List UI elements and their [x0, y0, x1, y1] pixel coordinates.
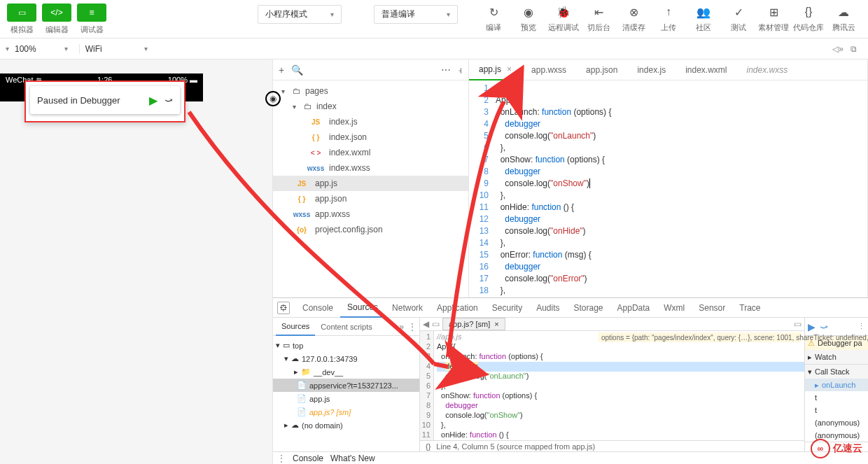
- simulator-button[interactable]: ▭: [7, 3, 36, 22]
- inspect-icon[interactable]: ⯐: [277, 302, 290, 314]
- toolbar-action[interactable]: ↻编译: [476, 3, 511, 33]
- target-icon[interactable]: ◉: [265, 91, 281, 106]
- editor-tab[interactable]: app.wxss: [522, 59, 576, 80]
- toolbar-action[interactable]: ⇤切后台: [581, 3, 616, 33]
- more-icon[interactable]: ⋮: [408, 322, 416, 332]
- more-icon[interactable]: ⋮: [277, 454, 286, 463]
- sources-tree-item[interactable]: 📄appservice?t=15327123...: [273, 379, 419, 392]
- toolbar-action[interactable]: 🐞远程调试: [546, 3, 581, 33]
- debugger-label: 调试器: [80, 24, 104, 35]
- action-label: 编译: [486, 22, 501, 33]
- sources-tree-item[interactable]: ▸📁__dev__: [273, 365, 419, 379]
- tree-file[interactable]: wxssindex.wxss: [273, 160, 468, 176]
- network-select[interactable]: WiFi ▾: [79, 44, 153, 54]
- close-icon[interactable]: ×: [507, 64, 512, 74]
- devtools-tab[interactable]: Sources: [340, 298, 385, 318]
- devtools-tab[interactable]: Security: [485, 298, 529, 318]
- tree-file[interactable]: { }index.json: [273, 129, 468, 145]
- toolbar-action[interactable]: {}代码仓库: [791, 3, 826, 33]
- devtools-tab[interactable]: Console: [295, 298, 340, 318]
- more-icon[interactable]: ⋮: [858, 322, 865, 331]
- devtools-tab[interactable]: Audits: [529, 298, 566, 318]
- tree-file[interactable]: {o}project.config.json: [273, 222, 468, 237]
- tree-folder[interactable]: ▾🗀index: [273, 99, 468, 114]
- sources-tree-item[interactable]: ▾☁127.0.0.1:34739: [273, 352, 419, 365]
- sources-tree-item[interactable]: ▸☁(no domain): [273, 419, 419, 432]
- toolbar-action[interactable]: ↑上传: [651, 3, 686, 33]
- devtools-tab[interactable]: Network: [385, 298, 430, 318]
- editor-tab[interactable]: index.js: [627, 59, 676, 80]
- toolbar-action[interactable]: ⊞素材管理: [756, 3, 791, 33]
- devtools-tab[interactable]: Application: [430, 298, 485, 318]
- sources-tree-item[interactable]: 📄app.js? [sm]: [273, 405, 419, 419]
- callstack-frame[interactable]: ▸onLaunch: [805, 379, 868, 391]
- resume-icon[interactable]: ▶: [149, 94, 158, 107]
- tree-file[interactable]: JSindex.js: [273, 114, 468, 129]
- zoom-select[interactable]: 100% ▾: [9, 44, 74, 54]
- devtools-tab[interactable]: Storage: [567, 298, 610, 318]
- tree-file[interactable]: JSapp.js: [273, 176, 468, 191]
- resume-icon[interactable]: ▶: [808, 321, 816, 332]
- tree-file[interactable]: wxssapp.wxss: [273, 206, 468, 222]
- fullscreen-icon[interactable]: ▭: [794, 319, 802, 329]
- close-icon[interactable]: ×: [494, 320, 498, 328]
- scope-hint: options = {path: "pages/index/index", qu…: [598, 332, 802, 342]
- tree-file[interactable]: < >index.wxml: [273, 145, 468, 160]
- editor-tab[interactable]: index.wxml: [676, 59, 736, 80]
- nav-fwd-icon[interactable]: ▭: [432, 319, 440, 329]
- popout-icon[interactable]: ⧉: [850, 44, 857, 54]
- content-scripts-sub-tab[interactable]: Content scripts: [315, 318, 377, 336]
- toolbar-action[interactable]: ✓测试: [721, 3, 756, 33]
- editor-button[interactable]: </>: [42, 3, 71, 22]
- editor-tab[interactable]: app.js×: [469, 59, 522, 80]
- nav-back-icon[interactable]: ◀: [423, 319, 429, 329]
- debugger-button[interactable]: ≡: [77, 3, 106, 22]
- frame-label: (anonymous): [815, 419, 860, 427]
- devtools-code-tab[interactable]: app.js? [sm] ×: [442, 318, 505, 330]
- search-icon[interactable]: 🔍: [291, 64, 303, 76]
- devtools-code-area[interactable]: 1234567891011 options = {path: "pages/in…: [420, 331, 804, 440]
- toolbar-action[interactable]: ◉预览: [511, 3, 546, 33]
- sources-sub-tab[interactable]: Sources: [276, 318, 315, 336]
- mode-dropdown[interactable]: 小程序模式 ▾: [258, 5, 342, 24]
- tree-list: ▾🗀pages▾🗀indexJSindex.js{ }index.json< >…: [273, 80, 468, 240]
- step-over-icon[interactable]: ⤻: [820, 321, 828, 332]
- zoom-value: 100%: [15, 44, 36, 54]
- sources-tree-item[interactable]: ▾▭top: [273, 339, 419, 352]
- debug-popup-inner: Paused in Debugger ▶ ⤻: [30, 86, 180, 114]
- tree-arrow-icon: ▸: [284, 421, 288, 430]
- callstack-frame[interactable]: (anonymous): [805, 416, 868, 429]
- toolbar-action[interactable]: ☁腾讯云: [826, 3, 861, 33]
- more-icon[interactable]: ⋯: [441, 64, 451, 76]
- sources-tree-item[interactable]: 📄app.js: [273, 392, 419, 405]
- tree-file[interactable]: { }app.json: [273, 191, 468, 206]
- file-type-icon: { }: [293, 195, 311, 203]
- action-icon: ⊗: [625, 3, 642, 20]
- devtools-tab[interactable]: Wxml: [657, 298, 692, 318]
- callstack-header[interactable]: ▾ Call Stack: [805, 365, 868, 379]
- watch-header[interactable]: ▸ Watch: [805, 350, 868, 364]
- split-icon[interactable]: ⫞: [458, 64, 463, 76]
- format-icon[interactable]: {}: [426, 442, 430, 451]
- mute-icon[interactable]: ◁»: [832, 44, 844, 54]
- chevron-right-icon[interactable]: »: [399, 322, 404, 332]
- devtools-tab[interactable]: Sensor: [692, 298, 732, 318]
- whatsnew-tab[interactable]: What's New: [330, 454, 375, 463]
- toolbar-action[interactable]: 👥社区: [686, 3, 721, 33]
- view-buttons: ▭ 模拟器 </> 编辑器 ≡ 调试器: [7, 3, 106, 35]
- editor-label: 编辑器: [46, 24, 69, 35]
- compile-dropdown[interactable]: 普通编译 ▾: [374, 5, 458, 24]
- callstack-frame[interactable]: t: [805, 391, 868, 404]
- toolbar-action[interactable]: ⊗清缓存: [616, 3, 651, 33]
- devtools-tab[interactable]: Trace: [732, 298, 767, 318]
- dt-code-body[interactable]: options = {path: "pages/index/index", qu…: [434, 331, 804, 440]
- console-tab[interactable]: Console: [293, 454, 323, 463]
- step-over-icon[interactable]: ⤻: [164, 94, 173, 106]
- action-icon: ↑: [660, 3, 677, 20]
- editor-tab[interactable]: app.json: [576, 59, 627, 80]
- tree-folder[interactable]: ▾🗀pages: [273, 83, 468, 99]
- devtools-tab[interactable]: AppData: [610, 298, 657, 318]
- callstack-frame[interactable]: t: [805, 404, 868, 416]
- editor-tab[interactable]: index.wxss: [737, 59, 798, 80]
- add-file-icon[interactable]: +: [279, 64, 284, 76]
